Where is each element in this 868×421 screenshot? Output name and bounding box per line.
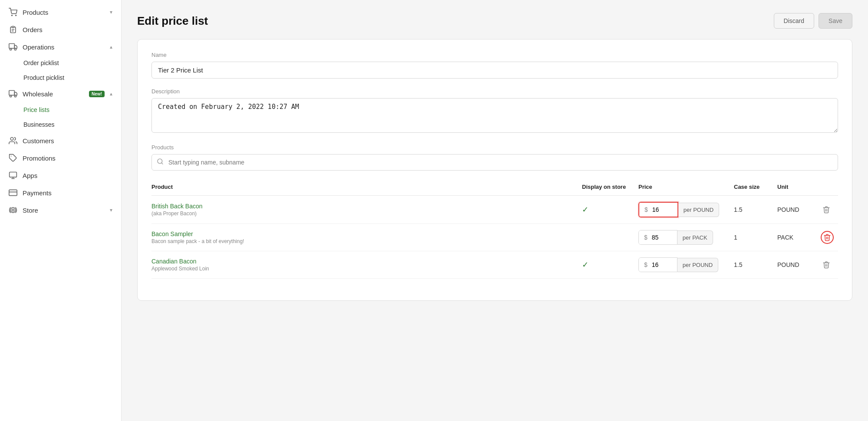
sidebar-sub-item-product-picklist[interactable]: Product picklist [0,70,121,85]
delete-cell [821,251,838,279]
svg-point-7 [10,95,12,97]
sidebar-item-customers-label: Customers [23,137,112,145]
sidebar-sub-item-order-picklist[interactable]: Order picklist [0,56,121,70]
display-on-store-cell [582,224,638,251]
delete-button[interactable] [821,259,832,270]
product-cell: Bacon Sampler Bacon sample pack - a bit … [151,224,582,251]
product-sub: (aka Proper Bacon) [151,210,582,217]
promotions-icon [9,154,17,162]
product-name[interactable]: Bacon Sampler [151,230,582,237]
products-search-input[interactable] [151,154,838,171]
price-input-group: $ per PACK [638,230,734,245]
svg-point-0 [12,15,13,16]
sidebar-item-payments[interactable]: Payments [0,184,121,201]
checkmark-icon: ✓ [582,260,589,269]
col-delete [821,180,838,196]
chevron-up-icon: ▴ [110,44,112,50]
cart-icon [9,8,17,16]
sidebar-item-promotions[interactable]: Promotions [0,149,121,167]
price-input[interactable] [651,203,677,217]
name-input[interactable] [151,62,838,79]
sidebar-item-operations-label: Operations [23,43,105,51]
sidebar-item-store[interactable]: Store ▾ [0,201,121,219]
sidebar-sub-item-price-lists[interactable]: Price lists [0,102,121,117]
orders-icon [9,25,17,34]
svg-rect-2 [12,26,14,28]
product-sub: Bacon sample pack - a bit of everything! [151,238,582,244]
sidebar-item-wholesale[interactable]: Wholesale New! ▴ [0,85,121,102]
delete-cell [821,224,838,251]
case-size-cell: 1.5 [734,196,777,224]
edit-form-card: Name Description Created on February 2, … [137,39,852,301]
sidebar-sub-item-businesses[interactable]: Businesses [0,117,121,132]
sidebar-item-payments-label: Payments [23,189,112,197]
col-unit: Unit [777,180,821,196]
svg-point-16 [12,209,14,211]
product-cell: Canadian Bacon Applewood Smoked Loin [151,251,582,279]
sidebar-item-products-label: Products [23,9,105,16]
svg-point-9 [10,138,13,141]
description-field-group: Description Created on February 2, 2022 … [151,88,838,135]
case-size-cell: 1.5 [734,251,777,279]
description-input[interactable]: Created on February 2, 2022 10:27 AM [151,98,838,133]
price-input-wrap: $ [638,257,677,272]
price-input-group: $ per POUND [638,202,734,217]
sidebar-item-customers[interactable]: Customers [0,132,121,149]
price-cell: $ per POUND [638,251,734,279]
page-header: Edit price list Discard Save [137,13,852,29]
sidebar-item-operations[interactable]: Operations ▴ [0,38,121,56]
delete-button[interactable] [821,204,832,215]
sidebar-item-wholesale-label: Wholesale [23,90,82,98]
sidebar-item-orders[interactable]: Orders [0,21,121,38]
svg-point-4 [10,48,12,50]
wholesale-icon [9,89,17,98]
chevron-up-icon-2: ▴ [110,91,112,97]
checkmark-icon: ✓ [582,205,589,214]
price-input[interactable] [651,230,677,244]
dollar-sign: $ [639,258,651,272]
unit-cell: POUND [777,251,821,279]
table-row: Canadian Bacon Applewood Smoked Loin ✓ $… [151,251,838,279]
sidebar-item-apps-label: Apps [23,172,112,179]
product-cell: British Back Bacon (aka Proper Bacon) [151,196,582,224]
sidebar-item-store-label: Store [23,207,105,214]
discard-button[interactable]: Discard [774,13,814,29]
col-product: Product [151,180,582,196]
unit-cell: POUND [777,196,821,224]
customers-icon [9,136,17,145]
chevron-down-icon: ▾ [110,9,112,15]
chevron-down-icon-2: ▾ [110,207,112,213]
price-input[interactable] [651,258,677,272]
display-on-store-cell: ✓ [582,251,638,279]
product-name[interactable]: Canadian Bacon [151,258,582,265]
svg-point-5 [14,48,16,50]
svg-point-17 [10,207,16,213]
col-price: Price [638,180,734,196]
name-label: Name [151,52,838,58]
delete-button[interactable] [821,231,834,244]
svg-line-19 [161,163,163,164]
case-size-cell: 1 [734,224,777,251]
description-label: Description [151,88,838,95]
display-on-store-cell: ✓ [582,196,638,224]
sidebar-item-apps[interactable]: Apps [0,167,121,184]
store-icon [9,206,17,214]
price-cell: $ per PACK [638,224,734,251]
price-input-wrap: $ [638,202,678,217]
save-button[interactable]: Save [819,13,852,29]
search-wrapper [151,154,838,171]
sidebar-item-products[interactable]: Products ▾ [0,3,121,21]
svg-rect-6 [9,91,14,95]
dollar-sign: $ [639,230,651,244]
sidebar-item-orders-label: Orders [23,26,112,33]
price-cell: $ per POUND [638,196,734,224]
price-input-group: $ per POUND [638,257,734,272]
payments-icon [9,188,17,197]
name-field-group: Name [151,52,838,79]
page-title: Edit price list [137,14,208,28]
product-sub: Applewood Smoked Loin [151,266,582,272]
products-label: Products [151,144,838,151]
svg-rect-11 [10,172,17,178]
product-name[interactable]: British Back Bacon [151,203,582,210]
svg-point-1 [16,15,16,16]
